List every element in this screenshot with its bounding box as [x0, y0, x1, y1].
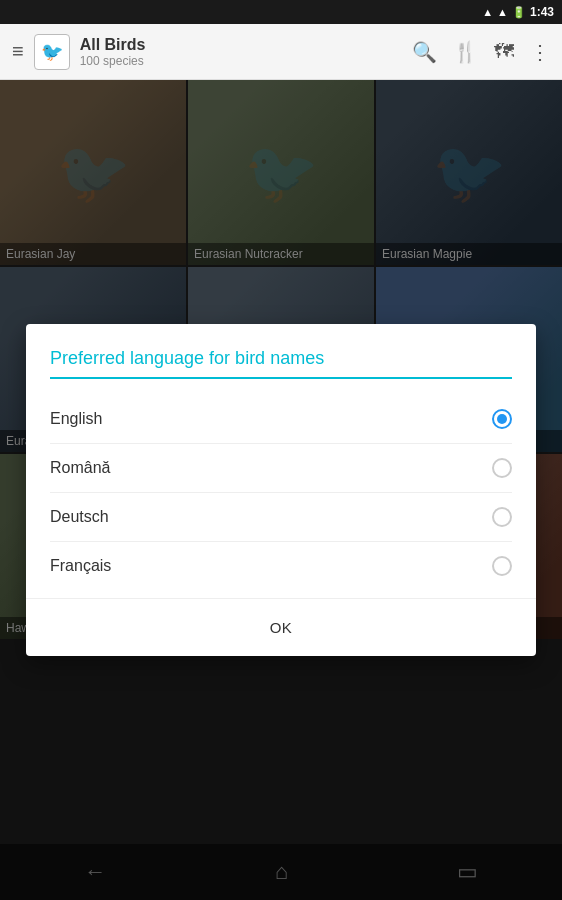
radio-button-english[interactable]: [492, 409, 512, 429]
battery-icon: 🔋: [512, 6, 526, 19]
modal-backdrop: Preferred language for bird names Englis…: [0, 80, 562, 900]
language-option-francais[interactable]: Français: [50, 542, 512, 590]
language-label-romana: Română: [50, 459, 110, 477]
menu-button[interactable]: ≡: [12, 40, 24, 63]
language-label-deutsch: Deutsch: [50, 508, 109, 526]
dialog-content: Preferred language for bird names Englis…: [26, 324, 536, 590]
status-bar: ▲ ▲ 🔋 1:43: [0, 0, 562, 24]
toolbar: ≡ 🐦 All Birds 100 species 🔍 🍴 🗺 ⋮: [0, 24, 562, 80]
radio-button-romana[interactable]: [492, 458, 512, 478]
more-icon[interactable]: ⋮: [530, 40, 550, 64]
signal-icon: ▲: [497, 6, 508, 18]
language-option-deutsch[interactable]: Deutsch: [50, 493, 512, 542]
dialog-actions: OK: [26, 598, 536, 656]
app-title: All Birds: [80, 36, 402, 54]
toolbar-actions: 🔍 🍴 🗺 ⋮: [412, 40, 550, 64]
dialog-title: Preferred language for bird names: [50, 348, 512, 379]
toolbar-title-area: All Birds 100 species: [80, 36, 402, 68]
language-label-english: English: [50, 410, 102, 428]
status-icons: ▲ ▲ 🔋 1:43: [482, 5, 554, 19]
logo-icon: 🐦: [41, 41, 63, 63]
language-label-francais: Français: [50, 557, 111, 575]
search-icon[interactable]: 🔍: [412, 40, 437, 64]
app-subtitle: 100 species: [80, 54, 402, 68]
app-logo: 🐦: [34, 34, 70, 70]
language-dialog: Preferred language for bird names Englis…: [26, 324, 536, 656]
content-area: 🐦 Eurasian Jay 🐦 Eurasian Nutcracker 🐦 E…: [0, 80, 562, 900]
radio-button-francais[interactable]: [492, 556, 512, 576]
filter-icon[interactable]: 🍴: [453, 40, 478, 64]
wifi-icon: ▲: [482, 6, 493, 18]
language-option-english[interactable]: English: [50, 395, 512, 444]
radio-button-deutsch[interactable]: [492, 507, 512, 527]
status-time: 1:43: [530, 5, 554, 19]
language-option-romana[interactable]: Română: [50, 444, 512, 493]
map-icon[interactable]: 🗺: [494, 40, 514, 63]
ok-button[interactable]: OK: [246, 611, 317, 644]
